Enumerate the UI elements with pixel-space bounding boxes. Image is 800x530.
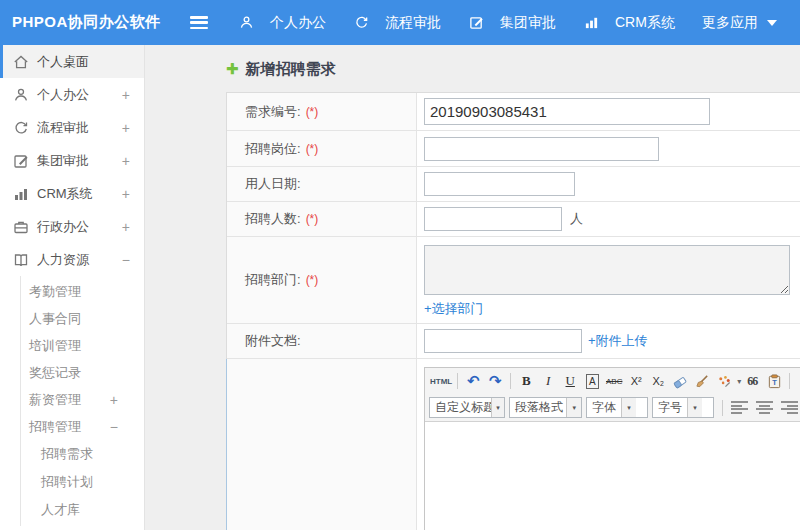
align-center-icon[interactable] [756, 401, 773, 414]
sidebar-item-group-approval[interactable]: 集团审批 + [0, 144, 144, 177]
editor-content-area[interactable] [425, 421, 800, 530]
sidebar-item-label: CRM系统 [37, 185, 93, 203]
sidebar-item-recruitment-demand[interactable]: 招聘需求 [21, 440, 144, 468]
undo-icon[interactable]: ↶ [463, 371, 483, 391]
strikethrough-button[interactable]: ABC [604, 371, 624, 391]
position-input[interactable] [424, 137, 659, 161]
field-label: 招聘人数: (*) [227, 202, 417, 236]
nav-label: 集团审批 [500, 14, 556, 32]
sidebar-item-label: 行政办公 [37, 218, 89, 236]
select-department-link[interactable]: +选择部门 [424, 300, 484, 318]
field-label: 附件文档: [227, 324, 417, 358]
custom-heading-select[interactable]: 自定义标题 ▾ [429, 397, 505, 418]
field-label: 招聘部门: (*) [227, 237, 417, 323]
nav-more-apps[interactable]: 更多应用 [702, 14, 777, 32]
headcount-input[interactable] [424, 207, 562, 231]
rich-text-editor: HTML ↶ ↷ B I U A ABC X² X₂ [424, 367, 800, 530]
field-label: 招聘岗位: (*) [227, 131, 417, 166]
sub-item-label: 招聘需求 [41, 445, 93, 463]
sidebar-item-admin-office[interactable]: 行政办公 + [0, 210, 144, 243]
toolbar-separator [510, 373, 511, 389]
font-size-select[interactable]: 字号 ▾ [652, 397, 714, 418]
italic-button[interactable]: I [538, 371, 558, 391]
label-text: 招聘人数: [245, 210, 301, 228]
align-left-icon[interactable] [731, 401, 748, 414]
sidebar-item-recruitment-plan[interactable]: 招聘计划 [21, 468, 144, 496]
toolbar-separator [789, 373, 790, 389]
plus-icon: ✚ [226, 60, 239, 78]
user-icon [12, 87, 29, 103]
sub-item-label: 考勤管理 [29, 283, 81, 301]
subscript-button[interactable]: X₂ [648, 371, 668, 391]
nav-crm-system[interactable]: CRM系统 [583, 14, 675, 32]
employment-date-input[interactable] [424, 172, 575, 196]
sidebar-item-recruitment-mgmt[interactable]: 招聘管理 − [21, 413, 144, 440]
sidebar-item-talent-pool[interactable]: 人才库 [21, 496, 144, 524]
sidebar-item-workflow-approval[interactable]: 流程审批 + [0, 111, 144, 144]
page-title-row: ✚ 新增招聘需求 [226, 59, 800, 79]
expand-toggle[interactable]: + [122, 121, 130, 135]
caret-down-icon[interactable]: ▾ [737, 377, 741, 386]
expand-toggle[interactable]: + [122, 88, 130, 102]
nav-personal-office[interactable]: 个人办公 [238, 14, 326, 32]
nav-label: 流程审批 [385, 14, 441, 32]
paragraph-format-select[interactable]: 段落格式 ▾ [509, 397, 582, 418]
nav-workflow-approval[interactable]: 流程审批 [353, 14, 441, 32]
html-source-button[interactable]: HTML [430, 371, 452, 391]
format-brush-icon[interactable] [692, 371, 712, 391]
attachment-input[interactable] [424, 329, 582, 353]
align-right-icon[interactable] [781, 401, 798, 414]
form-row-department: 招聘部门: (*) +选择部门 [227, 237, 800, 324]
expand-toggle[interactable]: + [122, 154, 130, 168]
top-nav: 个人办公 流程审批 集团审批 CRM系统 更多应用 [238, 14, 777, 32]
font-family-select[interactable]: 字体 ▾ [586, 397, 648, 418]
collapse-toggle[interactable]: − [122, 253, 130, 267]
sidebar-item-attendance[interactable]: 考勤管理 [21, 278, 144, 305]
main-content: ✚ 新增招聘需求 需求编号: (*) 招聘岗位: (*) [146, 45, 800, 530]
upload-attachment-link[interactable]: +附件上传 [588, 332, 648, 350]
sub-item-label: 人事合同 [29, 310, 81, 328]
department-textarea[interactable] [424, 245, 790, 295]
sidebar-item-label: 人力资源 [37, 251, 89, 269]
redo-icon[interactable]: ↷ [485, 371, 505, 391]
paste-icon[interactable]: T [764, 371, 784, 391]
label-text: 用人日期: [245, 175, 301, 193]
sub-item-label: 人才库 [41, 501, 80, 519]
toolbar-separator [457, 373, 458, 389]
expand-toggle[interactable]: + [122, 187, 130, 201]
sidebar-item-rewards[interactable]: 奖惩记录 [21, 359, 144, 386]
field-label: 需求编号: (*) [227, 93, 417, 130]
sub-item-label: 招聘管理 [29, 418, 81, 436]
nav-group-approval[interactable]: 集团审批 [468, 14, 556, 32]
unit-suffix: 人 [570, 210, 583, 228]
font-color-button[interactable]: A [795, 371, 800, 391]
hamburger-menu-icon[interactable] [190, 16, 208, 29]
collapse-toggle[interactable]: − [110, 420, 118, 434]
recruitment-form: 需求编号: (*) 招聘岗位: (*) 用人日期: [226, 92, 800, 530]
expand-toggle[interactable]: + [122, 220, 130, 234]
label-text: 招聘部门: [245, 271, 301, 289]
sidebar-item-human-resources[interactable]: 人力资源 − [0, 243, 144, 276]
caret-down-icon [767, 20, 777, 26]
format-box-button[interactable]: A [586, 374, 599, 389]
sidebar-item-personal-desktop[interactable]: 个人桌面 [0, 45, 144, 78]
caret-down-icon: ▾ [687, 398, 702, 417]
sidebar-item-salary[interactable]: 薪资管理 + [21, 386, 144, 413]
caret-down-icon: ▾ [491, 398, 504, 417]
underline-button[interactable]: U [560, 371, 580, 391]
expand-toggle[interactable]: + [110, 393, 118, 407]
superscript-button[interactable]: X² [626, 371, 646, 391]
demand-number-input[interactable] [424, 98, 710, 125]
hr-submenu: 考勤管理 人事合同 培训管理 奖惩记录 薪资管理 + 招聘管理 − 招聘需求 招… [20, 276, 144, 526]
sidebar-item-crm[interactable]: CRM系统 + [0, 177, 144, 210]
eraser-icon[interactable] [670, 371, 690, 391]
book-icon [12, 252, 29, 268]
bold-button[interactable]: B [516, 371, 536, 391]
sidebar-item-hr-contract[interactable]: 人事合同 [21, 305, 144, 332]
color-spray-icon[interactable] [714, 371, 734, 391]
label-text: 需求编号: [245, 103, 301, 121]
sidebar-item-personal-office[interactable]: 个人办公 + [0, 78, 144, 111]
sidebar-item-training[interactable]: 培训管理 [21, 332, 144, 359]
blockquote-button[interactable]: 66 [742, 371, 762, 391]
toolbar-separator [722, 400, 723, 416]
